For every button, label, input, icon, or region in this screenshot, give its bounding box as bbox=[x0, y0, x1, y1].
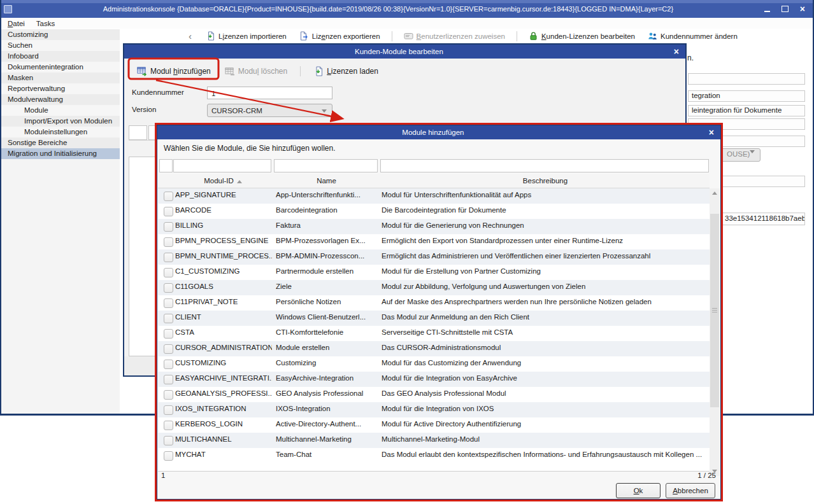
close-icon[interactable]: × bbox=[800, 5, 805, 13]
delete-module-icon bbox=[225, 66, 235, 76]
page-indicator: 1 / 25 bbox=[697, 472, 716, 479]
menu-item-tasks[interactable]: Tasks bbox=[36, 20, 55, 27]
minimize-icon[interactable] bbox=[764, 6, 770, 12]
table-row-geoanalysis-professi[interactable]: GEOANALYSIS_PROFESSI...GEO Analysis Prof… bbox=[158, 387, 710, 402]
row-checkbox[interactable] bbox=[164, 390, 173, 400]
row-checkbox[interactable] bbox=[164, 436, 173, 445]
scrollbar-thumb[interactable] bbox=[710, 214, 719, 407]
row-checkbox[interactable] bbox=[164, 192, 173, 201]
table-row-c1-customizing[interactable]: C1_CUSTOMIZINGPartnermodule erstellenMod… bbox=[158, 265, 710, 280]
instruction-text: Wählen Sie die Module, die Sie hinzufüge… bbox=[164, 144, 336, 153]
menu-item-datei[interactable]: Datei bbox=[8, 20, 25, 27]
filter-checkbox-column[interactable] bbox=[159, 159, 173, 172]
vertical-scrollbar[interactable] bbox=[710, 188, 720, 476]
row-checkbox[interactable] bbox=[164, 405, 173, 415]
toolbar-button-label: Lizenzen laden bbox=[327, 67, 378, 76]
ok-button[interactable]: Ok bbox=[616, 483, 660, 498]
table-row-csta[interactable]: CSTACTI-KomforttelefonieServerseitige CT… bbox=[158, 326, 710, 341]
sidebar-item-migration-und-initialisierung[interactable]: Migration und Initialisierung bbox=[1, 148, 120, 159]
table-row-app-signature[interactable]: APP_SIGNATUREApp-Unterschriftenfunkti...… bbox=[158, 188, 710, 204]
table-row-ixos-integration[interactable]: IXOS_INTEGRATIONIXOS-IntegrationModul fü… bbox=[158, 402, 710, 417]
field-label: Version bbox=[132, 106, 156, 113]
abbrechen-button[interactable]: Abbrechen bbox=[666, 483, 715, 498]
row-checkbox[interactable] bbox=[164, 298, 173, 308]
row-indicator: 1 bbox=[161, 472, 165, 479]
close-icon[interactable]: × bbox=[674, 47, 679, 56]
sidebar-item-modulverwaltung[interactable]: Modulverwaltung bbox=[1, 94, 120, 105]
row-checkbox[interactable] bbox=[164, 375, 173, 384]
table-row-cursor-administration[interactable]: CURSOR_ADMINISTRATIONModule erstellenDas… bbox=[158, 341, 710, 356]
filter-name-input[interactable] bbox=[274, 159, 378, 172]
sidebar-item-dokumentenintegration[interactable]: Dokumentenintegration bbox=[1, 62, 120, 73]
column-header-beschreibung[interactable]: Beschreibung bbox=[381, 174, 710, 188]
table-row-c11goals[interactable]: C11GOALSZieleModul zur Abbildung, Verfol… bbox=[158, 280, 710, 295]
row-checkbox[interactable] bbox=[164, 268, 173, 277]
scroll-up-icon[interactable] bbox=[712, 192, 717, 195]
main-titlebar[interactable]: Administrationskonsole {Database=ORACLE}… bbox=[0, 0, 814, 18]
row-checkbox[interactable] bbox=[164, 207, 173, 216]
sidebar-item-module[interactable]: Module bbox=[1, 105, 120, 116]
row-checkbox[interactable] bbox=[164, 421, 173, 430]
row-checkbox[interactable] bbox=[164, 329, 173, 339]
toolbar-button-benutzerlizenzen-zuweisen: Benutzerlizenzen zuweisen bbox=[400, 30, 509, 42]
row-checkbox[interactable] bbox=[164, 344, 173, 354]
cell-modul-id: BARCODE bbox=[175, 206, 272, 214]
table-row-barcode[interactable]: BARCODEBarcodeintegrationDie Barcodeinte… bbox=[158, 204, 710, 219]
version-dropdown[interactable]: CURSOR-CRM bbox=[207, 104, 332, 117]
table-row-billing[interactable]: BILLINGFakturaModul für die Generierung … bbox=[158, 219, 710, 234]
toolbar-button-lizenzen-importieren[interactable]: Lizenzen importieren bbox=[202, 30, 290, 42]
table-row-c11privat-note[interactable]: C11PRIVAT_NOTEPersönliche NotizenAuf der… bbox=[158, 295, 710, 311]
assign-licenses-icon bbox=[404, 31, 413, 41]
sidebar-item-customizing[interactable]: Customizing bbox=[1, 29, 120, 40]
cell-name: Ziele bbox=[276, 283, 378, 290]
row-checkbox[interactable] bbox=[164, 237, 173, 247]
toolbar-button-lizenzen-exportieren[interactable]: Lizenzen exportieren bbox=[296, 30, 384, 42]
column-header-name[interactable]: Name bbox=[275, 174, 378, 188]
table-row-multichannel[interactable]: MULTICHANNELMultichannel-MarketingMultic… bbox=[158, 433, 710, 448]
sidebar-item-reportverwaltung[interactable]: Reportverwaltung bbox=[1, 83, 120, 94]
dialog-toolbar-button-lizenzen-laden[interactable]: Lizenzen laden bbox=[310, 65, 382, 78]
row-checkbox[interactable] bbox=[164, 253, 173, 262]
toolbar-separator bbox=[517, 31, 517, 41]
toolbar-button-kundennummer-ndern[interactable]: Kundennummer ändern bbox=[644, 30, 741, 42]
clipped-field[interactable]: tegration bbox=[688, 90, 805, 102]
toolbar-button-kunden-lizenzen-bearbeiten[interactable]: Kunden-Lizenzen bearbeiten bbox=[525, 30, 639, 42]
sidebar-item-infoboard[interactable]: Infoboard bbox=[1, 51, 120, 62]
row-checkbox[interactable] bbox=[164, 283, 173, 293]
filter-modul-id-input[interactable] bbox=[173, 159, 271, 172]
dialog-titlebar[interactable]: Kunden-Module bearbeiten × bbox=[124, 45, 685, 59]
table-row-easyarchive-integrati[interactable]: EASYARCHIVE_INTEGRATI...EasyArchive-Inte… bbox=[158, 372, 710, 387]
table-row-customizing[interactable]: CUSTOMIZINGCustomizingModul für das Cust… bbox=[158, 356, 710, 372]
clipped-field[interactable]: leintegration für Dokumente bbox=[688, 105, 805, 116]
sidebar-item-moduleinstellungen[interactable]: Moduleinstellungen bbox=[1, 127, 120, 137]
dialog1-filter-checkbox-column[interactable] bbox=[129, 125, 147, 140]
maximize-icon[interactable] bbox=[782, 6, 789, 12]
cell-name: Team-Chat bbox=[276, 451, 378, 458]
table-row-mychat[interactable]: MYCHATTeam-ChatDas Modul erlaubt den kon… bbox=[158, 448, 710, 463]
cell-modul-id: C11PRIVAT_NOTE bbox=[175, 298, 272, 305]
clipped-field[interactable] bbox=[688, 73, 805, 85]
close-icon[interactable]: × bbox=[709, 128, 714, 137]
sidebar-item-import-export-von-modulen[interactable]: Import/Export von Modulen bbox=[1, 116, 120, 127]
chevron-down-icon bbox=[322, 109, 327, 113]
cell-beschreibung: Modul für die Integration von EasyArchiv… bbox=[382, 374, 708, 382]
kundennummer-input[interactable]: 1 bbox=[207, 87, 332, 99]
row-checkbox[interactable] bbox=[164, 222, 173, 232]
toolbar-overflow-chevron-icon[interactable]: ‹ bbox=[189, 31, 192, 41]
sidebar-item-sonstige-bereiche[interactable]: Sonstige Bereiche bbox=[1, 137, 120, 148]
sidebar-item-masken[interactable]: Masken bbox=[1, 73, 120, 83]
table-row-bpmn-process-engine[interactable]: BPMN_PROCESS_ENGINEBPM-Prozessvorlagen E… bbox=[158, 234, 710, 249]
filter-beschreibung-input[interactable] bbox=[380, 159, 709, 172]
dialog-toolbar-button-modul-hinzuf-gen[interactable]: Modul hinzufügen bbox=[133, 65, 215, 78]
cell-beschreibung: Modul für das Customizing der Anwendung bbox=[382, 359, 708, 367]
cell-beschreibung: Das Modul erlaubt den kontextspezifische… bbox=[382, 451, 708, 458]
row-checkbox[interactable] bbox=[164, 314, 173, 323]
row-checkbox[interactable] bbox=[164, 451, 173, 461]
row-checkbox[interactable] bbox=[164, 360, 173, 369]
table-row-kerberos-login[interactable]: KERBEROS_LOGINActive-Directory-Authent..… bbox=[158, 417, 710, 433]
table-row-client[interactable]: CLIENTWindows Client-Benutzerl...Das Mod… bbox=[158, 311, 710, 326]
column-header-modul-id[interactable]: Modul-ID bbox=[174, 174, 272, 188]
table-row-bpmn-runtime-proces[interactable]: BPMN_RUNTIME_PROCES...BPM-ADMIN-Prozessc… bbox=[158, 249, 710, 265]
dialog-titlebar[interactable]: Module hinzufügen × bbox=[157, 125, 720, 139]
sidebar-item-suchen[interactable]: Suchen bbox=[1, 40, 120, 51]
